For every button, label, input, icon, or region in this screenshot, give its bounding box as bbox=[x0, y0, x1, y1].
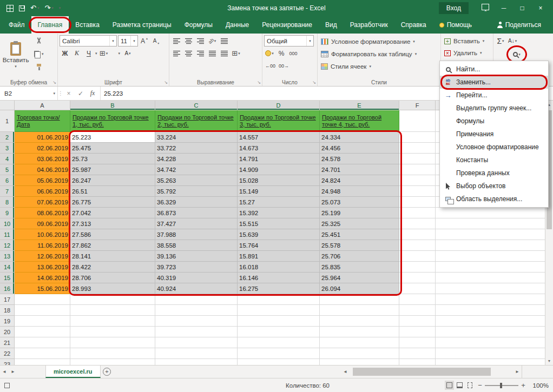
cell-G23[interactable] bbox=[436, 359, 545, 365]
autosum-button[interactable]: Σ▾ bbox=[495, 35, 506, 46]
italic-button[interactable]: К bbox=[71, 48, 82, 59]
row-header-4[interactable]: 4 bbox=[0, 154, 15, 164]
delete-cells-button[interactable]: × Удалить ▾ bbox=[443, 47, 491, 59]
cell-G21[interactable] bbox=[436, 337, 545, 348]
cell-B10[interactable]: 27.313 bbox=[70, 218, 155, 229]
row-header-1[interactable]: 1 bbox=[0, 110, 15, 132]
select-all-button[interactable] bbox=[0, 101, 15, 110]
cell-G13[interactable] bbox=[436, 251, 545, 262]
cell-E19[interactable] bbox=[320, 316, 399, 327]
tab-share[interactable]: Поделиться bbox=[491, 16, 548, 34]
sheet-prev-icon[interactable]: ◄ bbox=[0, 366, 9, 378]
cell-F19[interactable] bbox=[399, 316, 436, 327]
cell-D23[interactable] bbox=[238, 359, 320, 365]
cell-B11[interactable]: 27.586 bbox=[70, 229, 155, 240]
cell-D15[interactable]: 16.146 bbox=[238, 273, 320, 283]
cell-E7[interactable]: 24.948 bbox=[320, 186, 399, 197]
borders-button[interactable]: ⊞▾ bbox=[98, 48, 109, 59]
cell-A8[interactable]: 07.06.2019 bbox=[15, 197, 70, 208]
cell-B8[interactable]: 26.775 bbox=[70, 197, 155, 208]
cell-E2[interactable]: 24.334 bbox=[320, 132, 399, 143]
view-normal-button[interactable] bbox=[445, 381, 454, 390]
cell-D10[interactable]: 15.515 bbox=[238, 218, 320, 229]
macro-record-icon[interactable] bbox=[4, 383, 10, 388]
cell-E8[interactable]: 25.073 bbox=[320, 197, 399, 208]
orientation-button[interactable]: ab▾ bbox=[207, 35, 218, 46]
cell-F18[interactable] bbox=[399, 305, 436, 316]
cell-D12[interactable]: 15.764 bbox=[238, 240, 320, 251]
cell-D4[interactable]: 14.791 bbox=[238, 154, 320, 164]
cell-A20[interactable] bbox=[15, 327, 70, 337]
menu-item-conditional-formatting[interactable]: Условное форматирование bbox=[440, 141, 548, 154]
cell-E5[interactable]: 24.701 bbox=[320, 164, 399, 175]
font-color-button[interactable]: А▾ bbox=[122, 48, 133, 59]
save-icon[interactable] bbox=[19, 5, 25, 11]
view-page-break-button[interactable] bbox=[465, 381, 475, 390]
tab-tellme[interactable]: Помощь bbox=[433, 16, 478, 34]
comma-style-button[interactable]: 000 bbox=[288, 48, 299, 59]
cell-E17[interactable] bbox=[320, 294, 399, 305]
menu-item-formulas[interactable]: Формулы bbox=[440, 115, 548, 128]
header-cell-C1[interactable]: Продажи по Торговой точке 2, тыс. руб. bbox=[155, 110, 238, 132]
number-dialog-launcher[interactable]: ↘ bbox=[312, 80, 316, 85]
cell-C20[interactable] bbox=[155, 327, 238, 337]
column-header-C[interactable]: C bbox=[155, 101, 238, 110]
cell-C10[interactable]: 37.427 bbox=[155, 218, 238, 229]
cell-A16[interactable]: 15.06.2019 bbox=[15, 283, 70, 294]
horizontal-scrollbar[interactable]: ◄ ► bbox=[341, 366, 522, 378]
percent-button[interactable]: % bbox=[276, 48, 287, 59]
cell-A4[interactable]: 03.06.2019 bbox=[15, 154, 70, 164]
cell-F5[interactable] bbox=[399, 164, 436, 175]
cell-D21[interactable] bbox=[238, 337, 320, 348]
column-header-A[interactable]: A bbox=[15, 101, 70, 110]
scroll-down-icon[interactable]: ▼ bbox=[545, 357, 553, 365]
number-format-select[interactable]: Общий ▾ bbox=[264, 35, 314, 46]
cell-G10[interactable] bbox=[436, 218, 545, 229]
cell-F20[interactable] bbox=[399, 327, 436, 337]
tab-help[interactable]: Справка bbox=[394, 16, 433, 34]
cell-B22[interactable] bbox=[70, 348, 155, 359]
cell-G17[interactable] bbox=[436, 294, 545, 305]
cell-G14[interactable] bbox=[436, 262, 545, 273]
tab-developer[interactable]: Разработчик bbox=[344, 16, 394, 34]
cell-E12[interactable]: 25.578 bbox=[320, 240, 399, 251]
header-cell-E1[interactable]: Продажи по Торговой точке 4, тыс. руб. bbox=[320, 110, 399, 132]
cell-F17[interactable] bbox=[399, 294, 436, 305]
cell-E18[interactable] bbox=[320, 305, 399, 316]
cell-C8[interactable]: 36.329 bbox=[155, 197, 238, 208]
cancel-button[interactable]: × bbox=[63, 90, 74, 97]
tab-insert[interactable]: Вставка bbox=[69, 16, 106, 34]
align-left-icon[interactable] bbox=[171, 48, 182, 59]
row-header-19[interactable]: 19 bbox=[0, 316, 15, 327]
cell-F22[interactable] bbox=[399, 348, 436, 359]
cell-D9[interactable]: 15.392 bbox=[238, 208, 320, 218]
cell-B5[interactable]: 25.987 bbox=[70, 164, 155, 175]
find-select-button[interactable]: ▾ bbox=[511, 49, 522, 60]
cell-B19[interactable] bbox=[70, 316, 155, 327]
cut-button[interactable] bbox=[33, 35, 45, 46]
tab-review[interactable]: Рецензирование bbox=[255, 16, 319, 34]
header-cell-D1[interactable]: Продажи по Торговой точке 3, тыс. руб. bbox=[238, 110, 320, 132]
header-cell-A1[interactable]: Торговая точка/ Дата bbox=[15, 110, 70, 132]
cell-C21[interactable] bbox=[155, 337, 238, 348]
header-cell-B1[interactable]: Продажи по Торговой точке 1, тыс. руб. bbox=[70, 110, 155, 132]
scroll-left-icon[interactable]: ◄ bbox=[341, 369, 350, 374]
increase-font-button[interactable]: А▲ bbox=[139, 35, 150, 46]
cell-C14[interactable]: 39.723 bbox=[155, 262, 238, 273]
cell-D6[interactable]: 15.028 bbox=[238, 175, 320, 186]
cell-A13[interactable]: 12.06.2019 bbox=[15, 251, 70, 262]
row-header-2[interactable]: 2 bbox=[0, 132, 15, 143]
row-header-23[interactable]: 23 bbox=[0, 359, 15, 365]
maximize-button[interactable]: □ bbox=[513, 0, 531, 16]
qat-customize-icon[interactable]: ▾ bbox=[59, 0, 61, 16]
sheet-tab[interactable]: microexcel.ru bbox=[45, 366, 101, 378]
cell-E22[interactable] bbox=[320, 348, 399, 359]
cell-A23[interactable] bbox=[15, 359, 70, 365]
fill-color-button[interactable]: ▾ bbox=[110, 48, 122, 59]
scroll-right-icon[interactable]: ► bbox=[513, 369, 522, 374]
menu-item-notes[interactable]: Примечания bbox=[440, 128, 548, 141]
undo-icon[interactable]: ↶▾ bbox=[30, 0, 39, 16]
align-top-icon[interactable] bbox=[171, 35, 182, 46]
decrease-font-button[interactable]: А▼ bbox=[151, 35, 162, 46]
row-header-9[interactable]: 9 bbox=[0, 208, 15, 218]
